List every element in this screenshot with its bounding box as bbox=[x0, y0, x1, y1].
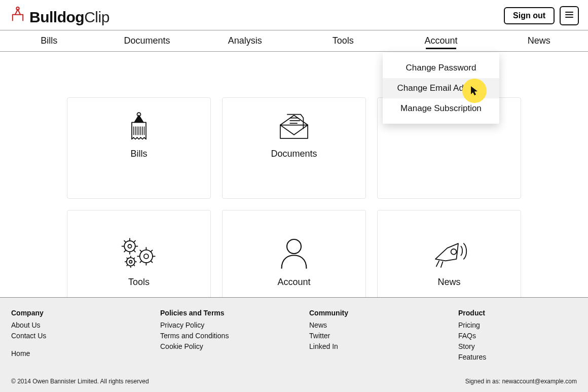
svg-line-21 bbox=[134, 250, 136, 252]
menu-button[interactable] bbox=[560, 6, 579, 25]
svg-line-42 bbox=[127, 265, 128, 266]
svg-line-41 bbox=[134, 265, 135, 266]
svg-line-47 bbox=[436, 261, 439, 266]
cards-grid: Bills Documents Analysis bbox=[0, 97, 588, 332]
nav-label: Documents bbox=[124, 35, 170, 46]
envelope-document-icon bbox=[274, 109, 314, 145]
footer-link-privacy[interactable]: Privacy Policy bbox=[160, 320, 279, 331]
svg-line-44 bbox=[127, 258, 128, 259]
gears-icon bbox=[116, 234, 162, 273]
svg-line-22 bbox=[124, 250, 126, 252]
logo-text: BulldogClip bbox=[29, 9, 109, 26]
cursor-icon bbox=[469, 85, 480, 96]
footer-link-news[interactable]: News bbox=[309, 320, 428, 331]
logo[interactable]: BulldogClip bbox=[9, 5, 109, 26]
footer-link-story[interactable]: Story bbox=[458, 341, 577, 352]
footer-col-product: Product Pricing FAQs Story Features bbox=[458, 309, 577, 363]
menu-icon bbox=[565, 11, 574, 20]
card-label: Documents bbox=[271, 149, 317, 159]
topbar: BulldogClip Sign out bbox=[0, 0, 588, 30]
footer-link-twitter[interactable]: Twitter bbox=[309, 331, 428, 341]
footer-heading: Product bbox=[458, 309, 577, 317]
footer-link-contact[interactable]: Contact Us bbox=[11, 331, 130, 341]
dropdown-change-password[interactable]: Change Password bbox=[383, 58, 499, 78]
svg-point-45 bbox=[287, 239, 301, 254]
footer-col-community: Community News Twitter Linked In bbox=[309, 309, 428, 363]
footer-heading: Company bbox=[11, 309, 130, 317]
nav-label: Tools bbox=[333, 35, 354, 46]
footer-link-pricing[interactable]: Pricing bbox=[458, 320, 577, 331]
nav-active-underline bbox=[426, 48, 456, 49]
nav-documents[interactable]: Documents bbox=[98, 30, 196, 51]
navbar: Bills Documents Analysis Tools Account C… bbox=[0, 30, 588, 52]
footer-link-faqs[interactable]: FAQs bbox=[458, 331, 577, 341]
card-documents[interactable]: Documents bbox=[222, 97, 366, 199]
cursor-highlight bbox=[462, 79, 487, 103]
nav-label: Bills bbox=[41, 35, 57, 46]
footer-heading: Community bbox=[309, 309, 428, 317]
nav-analysis[interactable]: Analysis bbox=[196, 30, 294, 51]
footer-link-terms[interactable]: Terms and Conditions bbox=[160, 331, 279, 341]
top-actions: Sign out bbox=[504, 6, 579, 25]
svg-line-32 bbox=[140, 261, 142, 263]
svg-point-25 bbox=[140, 250, 153, 262]
card-account[interactable]: Account bbox=[222, 210, 366, 311]
receipt-icon bbox=[121, 109, 157, 145]
svg-point-26 bbox=[144, 254, 149, 258]
svg-point-46 bbox=[451, 249, 457, 255]
svg-point-36 bbox=[129, 260, 132, 263]
nav-news[interactable]: News bbox=[490, 30, 588, 51]
footer-col-company: Company About Us Contact Us Home bbox=[11, 309, 130, 363]
card-label: Bills bbox=[130, 149, 147, 159]
nav-account[interactable]: Account Change Password Change Email Add… bbox=[392, 30, 490, 51]
nav-bills[interactable]: Bills bbox=[0, 30, 98, 51]
nav-label: Analysis bbox=[228, 35, 262, 46]
dropdown-manage-subscription[interactable]: Manage Subscription bbox=[383, 98, 499, 119]
svg-point-16 bbox=[128, 244, 131, 248]
svg-line-23 bbox=[134, 240, 136, 242]
logo-clip-icon bbox=[9, 5, 26, 22]
card-bills[interactable]: Bills bbox=[67, 97, 211, 199]
svg-line-33 bbox=[151, 250, 153, 252]
footer-heading: Policies and Terms bbox=[160, 309, 279, 317]
footer-col-policies: Policies and Terms Privacy Policy Terms … bbox=[160, 309, 279, 363]
signed-in-text: Signed in as: newaccount@example.com bbox=[465, 378, 577, 385]
footer-link-cookie[interactable]: Cookie Policy bbox=[160, 341, 279, 352]
footer-link-features[interactable]: Features bbox=[458, 352, 577, 363]
svg-point-15 bbox=[124, 240, 135, 252]
svg-line-24 bbox=[124, 240, 126, 242]
card-label: Account bbox=[277, 277, 310, 288]
card-label: Tools bbox=[128, 277, 150, 288]
svg-line-34 bbox=[140, 250, 142, 252]
svg-point-35 bbox=[127, 258, 135, 266]
nav-label: News bbox=[528, 35, 550, 46]
footer-link-linkedin[interactable]: Linked In bbox=[309, 341, 428, 352]
svg-line-48 bbox=[441, 262, 443, 267]
copyright-text: © 2014 Owen Bannister Limited. All right… bbox=[11, 378, 149, 385]
card-label: News bbox=[437, 277, 460, 288]
card-tools[interactable]: Tools bbox=[67, 210, 211, 311]
footer-link-about[interactable]: About Us bbox=[11, 320, 130, 331]
nav-label: Account bbox=[424, 35, 457, 46]
megaphone-icon bbox=[426, 234, 472, 273]
footer: Company About Us Contact Us Home Policie… bbox=[0, 297, 588, 392]
svg-point-0 bbox=[16, 7, 19, 10]
card-news[interactable]: News bbox=[377, 210, 521, 311]
person-icon bbox=[276, 234, 312, 273]
svg-line-43 bbox=[134, 258, 135, 259]
nav-tools[interactable]: Tools bbox=[294, 30, 392, 51]
sign-out-button[interactable]: Sign out bbox=[504, 7, 555, 24]
svg-line-31 bbox=[151, 261, 153, 263]
footer-link-home[interactable]: Home bbox=[11, 348, 130, 359]
